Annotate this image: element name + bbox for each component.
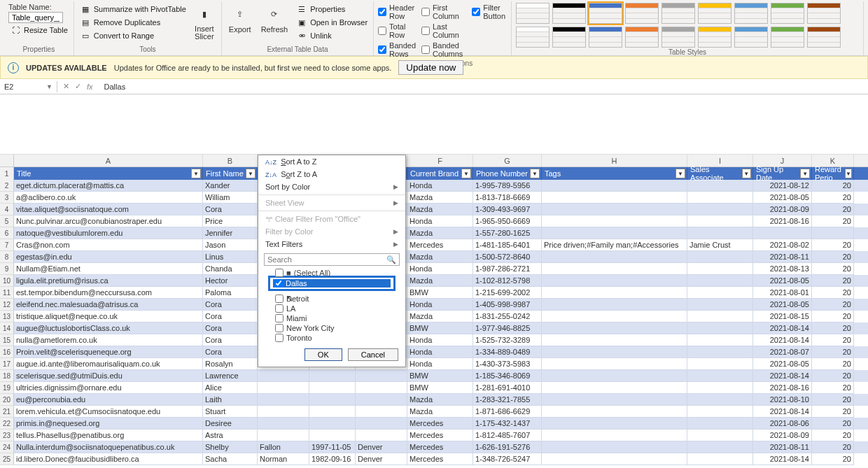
cell[interactable]: 20 xyxy=(812,204,854,215)
row-header[interactable]: 7 xyxy=(0,239,14,251)
cell[interactable]: 20 xyxy=(812,287,854,299)
cell[interactable]: 1-500-572-8640 xyxy=(473,251,542,263)
row-header[interactable]: 12 xyxy=(0,299,14,311)
cell[interactable]: Mazda xyxy=(407,192,473,204)
cell[interactable]: 2021-08-07 xyxy=(753,346,812,358)
cell[interactable]: tristique.aliquet@neque.co.uk xyxy=(14,311,203,322)
cell[interactable]: augue.id.ante@liberomaurisaliquam.co.uk xyxy=(14,358,203,370)
table-row[interactable]: 7Cras@non.comJasonMercedes1-481-185-6401… xyxy=(0,239,868,251)
cell[interactable]: ligula.elit.pretium@risus.ca xyxy=(14,275,203,287)
cell[interactable]: 20 xyxy=(812,251,854,263)
cell[interactable] xyxy=(687,215,753,227)
filter-option-dallas[interactable]: Dallas xyxy=(273,279,391,288)
cell[interactable]: Stuart xyxy=(203,406,258,418)
first-col-check[interactable]: First Column xyxy=(421,3,468,21)
cell[interactable]: Cora xyxy=(203,299,258,311)
formula-input[interactable]: Dallas xyxy=(99,81,868,92)
cell[interactable] xyxy=(542,441,687,453)
cell[interactable]: 2021-08-05 xyxy=(753,299,812,311)
cell[interactable]: egestas@in.edu xyxy=(14,251,203,263)
cell[interactable] xyxy=(542,322,687,334)
cell[interactable]: 2021-08-05 xyxy=(753,358,812,370)
table-header-phone-number[interactable]: Phone Number▼ xyxy=(473,167,542,180)
cell[interactable]: 20 xyxy=(812,346,854,358)
cell[interactable]: Jamie Crust xyxy=(687,239,753,251)
cell[interactable] xyxy=(542,299,687,311)
table-style-swatch[interactable] xyxy=(771,27,804,48)
cell[interactable]: Xander xyxy=(203,180,258,192)
cell[interactable]: ultricies.dignissim@ornare.edu xyxy=(14,382,203,394)
cell[interactable]: Mazda xyxy=(407,311,473,322)
cell[interactable] xyxy=(542,394,687,406)
cell[interactable]: 1-334-889-0489 xyxy=(473,346,542,358)
cell[interactable]: Mazda xyxy=(407,204,473,215)
cell[interactable]: Mazda xyxy=(407,275,473,287)
row-header[interactable]: 3 xyxy=(0,192,14,204)
table-row[interactable]: 14augue@luctuslobortisClass.co.ukCoraBMW… xyxy=(0,322,868,334)
cell[interactable]: Cora xyxy=(203,322,258,334)
fx-icon[interactable]: fx xyxy=(87,83,93,91)
column-header-F[interactable]: F xyxy=(407,155,473,166)
cell[interactable] xyxy=(687,418,753,430)
table-header-current-brand[interactable]: Current Brand▼ xyxy=(407,167,473,180)
cell[interactable]: id.libero.Donec@faucibusidlibero.ca xyxy=(14,453,203,465)
cell[interactable]: Paloma xyxy=(203,287,258,299)
cell[interactable]: 1997-11-05 xyxy=(309,441,356,453)
cell[interactable] xyxy=(356,394,407,406)
cell[interactable]: 1-175-432-1437 xyxy=(473,418,542,430)
cell[interactable]: 1-995-789-5956 xyxy=(473,180,542,192)
cell[interactable]: 20 xyxy=(812,430,854,441)
row-header[interactable]: 6 xyxy=(0,227,14,239)
cell[interactable] xyxy=(542,287,687,299)
insert-slicer-button[interactable]: ▮ InsertSlicer xyxy=(192,3,217,42)
last-col-check[interactable]: Last Column xyxy=(421,22,468,40)
table-header-first-name[interactable]: First Name▼ xyxy=(203,167,258,180)
cell[interactable]: 20 xyxy=(812,441,854,453)
total-row-check[interactable]: Total Row xyxy=(378,22,417,40)
column-header-B[interactable]: B xyxy=(203,155,258,166)
cell[interactable] xyxy=(309,406,356,418)
cell[interactable] xyxy=(542,334,687,346)
cell[interactable]: scelerisque.sed@utmiDuis.edu xyxy=(14,370,203,382)
table-header-tags[interactable]: Tags▼ xyxy=(542,167,687,180)
cell[interactable] xyxy=(542,358,687,370)
table-style-swatch[interactable] xyxy=(771,3,804,24)
cell[interactable] xyxy=(687,358,753,370)
row-header[interactable]: 21 xyxy=(0,406,14,418)
cell[interactable]: Honda xyxy=(407,215,473,227)
column-header-A[interactable]: A xyxy=(14,155,203,166)
cell[interactable]: Mazda xyxy=(407,394,473,406)
row-header[interactable]: 10 xyxy=(0,275,14,287)
cell[interactable] xyxy=(258,370,309,382)
table-style-swatch[interactable] xyxy=(516,3,550,24)
cell[interactable] xyxy=(687,275,753,287)
cell[interactable]: Mercedes xyxy=(407,453,473,465)
cell[interactable] xyxy=(542,418,687,430)
cell[interactable]: 20 xyxy=(812,263,854,275)
cell[interactable]: 20 xyxy=(812,334,854,346)
cell[interactable]: 1-813-718-6669 xyxy=(473,192,542,204)
table-style-swatch[interactable] xyxy=(625,27,659,48)
row-header[interactable]: 11 xyxy=(0,287,14,299)
table-style-swatch[interactable] xyxy=(662,27,695,48)
convert-range-button[interactable]: ▭Convert to Range xyxy=(78,29,188,42)
table-row[interactable]: 16Proin.velit@scelerisqueneque.orgCoraHo… xyxy=(0,346,868,358)
cell[interactable]: Cora xyxy=(203,346,258,358)
cell[interactable]: 2021-08-05 xyxy=(753,192,812,204)
cell[interactable]: 1-283-321-7855 xyxy=(473,394,542,406)
cell[interactable]: 2021-08-14 xyxy=(753,322,812,334)
formula-cancel-icon[interactable]: ✕ xyxy=(63,82,69,91)
table-header-sales-associate[interactable]: Sales Associate▼ xyxy=(687,167,753,180)
table-row[interactable]: 15nulla@ametlorem.co.ukCoraHonda1-525-73… xyxy=(0,334,868,346)
banded-rows-check[interactable]: Banded Rows xyxy=(378,41,417,59)
cell[interactable] xyxy=(542,406,687,418)
table-styles-gallery[interactable] xyxy=(516,3,859,48)
table-header-sign-up-date[interactable]: Sign Up Date▼ xyxy=(753,167,812,180)
cell[interactable]: Cora xyxy=(203,334,258,346)
cell[interactable] xyxy=(687,263,753,275)
cell[interactable]: nulla@ametlorem.co.uk xyxy=(14,334,203,346)
table-style-swatch[interactable] xyxy=(552,27,586,48)
cell[interactable]: Nulla.interdum@sociisnatoquepenatibus.co… xyxy=(14,441,203,453)
row-header[interactable]: 22 xyxy=(0,418,14,430)
filter-dropdown-icon[interactable]: ▼ xyxy=(530,169,540,178)
